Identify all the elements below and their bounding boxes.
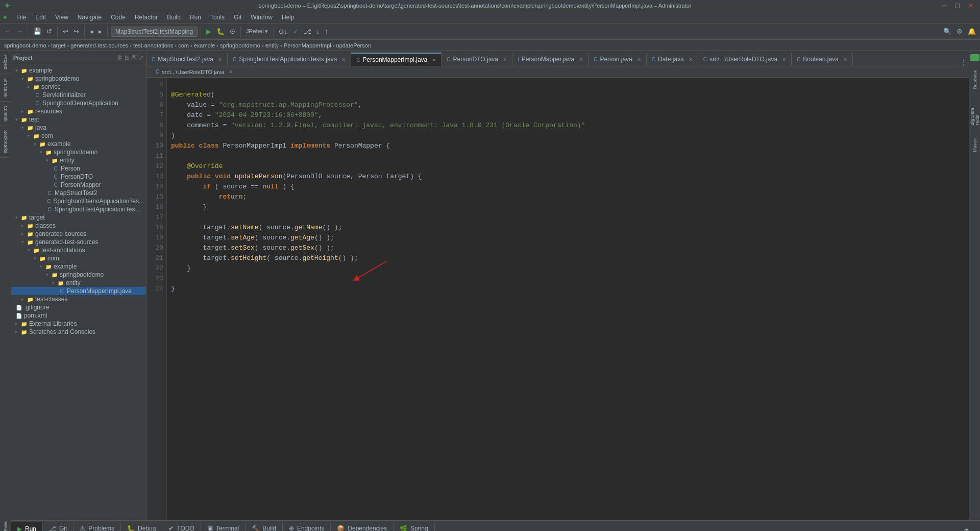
menu-refactor[interactable]: Refactor bbox=[131, 13, 162, 22]
tree-item-com2[interactable]: ▾ 📁 com bbox=[11, 254, 146, 262]
tab-springboottestapptests[interactable]: C SpringbootTestApplicationTests.java ✕ bbox=[228, 53, 351, 66]
tree-item-gen-test-sources[interactable]: ▾ 📁 generated-test-sources bbox=[11, 238, 146, 246]
tree-item-personmapperimpl[interactable]: C PersonMapperImpl.java bbox=[11, 287, 146, 295]
tree-item-pomxml[interactable]: 📄 pom.xml bbox=[11, 311, 146, 320]
notifications-button[interactable]: 🔔 bbox=[966, 27, 978, 36]
forward-button[interactable]: → bbox=[14, 27, 24, 36]
tree-item-persondto[interactable]: C PersonDTO bbox=[11, 173, 146, 181]
menu-code[interactable]: Code bbox=[107, 13, 130, 22]
sidebar-item-structure[interactable]: Structure bbox=[0, 74, 11, 102]
tree-item-springbootdemo2[interactable]: ▾ 📁 springbootdemo bbox=[11, 271, 146, 279]
bottom-tab-terminal[interactable]: ▣ Terminal bbox=[201, 522, 246, 531]
back-button[interactable]: ← bbox=[2, 27, 13, 36]
tree-item-springbootdemo-test[interactable]: ▾ 📁 springbootdemo bbox=[11, 148, 146, 156]
tree-item-service[interactable]: ▸ 📁 service bbox=[11, 83, 146, 91]
git-action3[interactable]: ↑ bbox=[323, 27, 330, 36]
tab-close-icon[interactable]: ✕ bbox=[341, 57, 346, 62]
menu-git[interactable]: Git bbox=[230, 13, 246, 22]
tree-item-entity2[interactable]: ▾ 📁 entity bbox=[11, 279, 146, 287]
tab-close-icon[interactable]: ✕ bbox=[503, 57, 507, 62]
tree-item-gitignore[interactable]: 📄 .gitignore bbox=[11, 303, 146, 311]
close-button[interactable]: ✕ bbox=[966, 2, 976, 10]
run-config-selector[interactable]: MapStructTest2.testMapping bbox=[111, 27, 198, 37]
tree-item-classes[interactable]: ▸ 📁 classes bbox=[11, 222, 146, 230]
menu-window[interactable]: Window bbox=[247, 13, 277, 22]
tree-item-test-annotations[interactable]: ▾ 📁 test-annotations bbox=[11, 246, 146, 254]
tab-boolean[interactable]: C Boolean.java ✕ bbox=[792, 53, 853, 66]
menu-navigate[interactable]: Navigate bbox=[74, 13, 106, 22]
sidebar-item-maven[interactable]: Maven bbox=[970, 130, 979, 160]
tab-userroledto2[interactable]: C src\...\UserRoleDTO.java ✕ bbox=[151, 67, 238, 77]
tree-item-com[interactable]: ▾ 📁 com bbox=[11, 132, 146, 140]
run-with-coverage-button[interactable]: ⊙ bbox=[228, 27, 237, 36]
code-content[interactable]: @Generated( value = "org.mapstruct.ap.Ma… bbox=[167, 78, 969, 520]
git-action1[interactable]: ⎇ bbox=[302, 27, 313, 36]
sidebar-item-project[interactable]: Project bbox=[0, 51, 11, 74]
sidebar-scroll-icon[interactable]: ⇱ bbox=[132, 54, 137, 61]
menu-view[interactable]: View bbox=[51, 13, 72, 22]
minimize-panel-icon[interactable]: ─ bbox=[971, 527, 976, 531]
tab-person[interactable]: C Person.java ✕ bbox=[589, 53, 647, 66]
menu-run[interactable]: Run bbox=[186, 13, 205, 22]
undo-button[interactable]: ↩ bbox=[61, 27, 70, 36]
redo-button[interactable]: ↪ bbox=[71, 27, 81, 36]
menu-tools[interactable]: Tools bbox=[206, 13, 229, 22]
tab-close-icon[interactable]: ✕ bbox=[782, 57, 786, 62]
tab-personmapper[interactable]: I PersonMapper.java ✕ bbox=[512, 53, 589, 66]
sidebar-item-commit[interactable]: Commit bbox=[0, 102, 11, 126]
tree-item-gen-sources[interactable]: ▸ 📁 generated-sources bbox=[11, 230, 146, 238]
sync-button[interactable]: ↺ bbox=[44, 27, 54, 36]
bottom-tab-dependencies[interactable]: 📦 Dependencies bbox=[331, 522, 394, 531]
tree-item-springbootdemo-app[interactable]: C SpringbootDemoApplication bbox=[11, 99, 146, 107]
tree-item-entity[interactable]: ▾ 📁 entity bbox=[11, 156, 146, 164]
tree-item-personmapper[interactable]: C PersonMapper bbox=[11, 181, 146, 189]
menu-build[interactable]: Build bbox=[163, 13, 185, 22]
tree-item-java[interactable]: ▾ 📁 java bbox=[11, 124, 146, 132]
tree-item-person[interactable]: C Person bbox=[11, 164, 146, 173]
tab-personmapperimpl[interactable]: C PersonMapperImpl.java ✕ bbox=[351, 53, 442, 66]
bottom-tab-spring[interactable]: 🌿 Spring bbox=[394, 522, 435, 531]
tree-item-target[interactable]: ▾ 📁 target bbox=[11, 213, 146, 222]
tab-close-icon2[interactable]: ✕ bbox=[229, 69, 233, 75]
code-editor[interactable]: 4 5 6 7 8 9 10 11 12 13 14 15 16 17 18 1… bbox=[146, 78, 969, 520]
jrebel-button[interactable]: JRebel ▾ bbox=[244, 27, 270, 36]
tree-item-springbootdemo-main[interactable]: ▾ 📁 springbootdemo bbox=[11, 75, 146, 83]
sidebar-gear-icon[interactable]: ⚙ bbox=[117, 54, 122, 61]
bottom-tab-run[interactable]: ▶ Run bbox=[11, 522, 43, 531]
maximize-button[interactable]: □ bbox=[953, 2, 962, 10]
settings-button[interactable]: ⚙ bbox=[954, 27, 965, 36]
sidebar-item-bookmarks[interactable]: Bookmarks bbox=[0, 126, 11, 158]
tab-close-icon[interactable]: ✕ bbox=[689, 57, 693, 62]
tree-item-mapstructtest2[interactable]: C MapStructTest2 bbox=[11, 189, 146, 197]
menu-help[interactable]: Help bbox=[278, 13, 299, 22]
bottom-tab-build[interactable]: 🔨 Build bbox=[246, 522, 283, 531]
sidebar-layout-icon[interactable]: ⊞ bbox=[125, 54, 130, 61]
bottom-tab-debug[interactable]: 🐛 Debug bbox=[121, 522, 162, 531]
tab-userroledto[interactable]: C src\...\UserRoleDTO.java ✕ bbox=[698, 53, 792, 66]
menu-edit[interactable]: Edit bbox=[31, 13, 50, 22]
nav-fwd-button[interactable]: ▸ bbox=[96, 27, 104, 36]
tab-date[interactable]: C Date.java ✕ bbox=[647, 53, 698, 66]
git-action2[interactable]: ↓ bbox=[314, 27, 322, 36]
run-button[interactable]: ▶ bbox=[204, 27, 213, 36]
git-button[interactable]: Git: bbox=[277, 28, 289, 36]
tree-item-resources[interactable]: ▸ 📁 resources bbox=[11, 107, 146, 115]
git-check-button[interactable]: ✓ bbox=[291, 27, 301, 36]
sidebar-item-bigdata[interactable]: Big Data Tools bbox=[970, 97, 979, 128]
tab-close-icon[interactable]: ✕ bbox=[579, 57, 583, 62]
tree-item-example[interactable]: ▾ 📁 example bbox=[11, 66, 146, 75]
tree-item-scratches[interactable]: ▸ 📁 Scratches and Consoles bbox=[11, 328, 146, 336]
tab-mapstructtest2[interactable]: C MapStructTest2.java ✕ bbox=[146, 53, 228, 66]
bottom-tab-problems[interactable]: ⚠ Problems bbox=[74, 522, 121, 531]
tree-item-example-test[interactable]: ▾ 📁 example bbox=[11, 140, 146, 148]
bottom-tab-todo[interactable]: ✔ TODO bbox=[162, 522, 201, 531]
save-button[interactable]: 💾 bbox=[31, 27, 43, 36]
sidebar-item-database[interactable]: Database bbox=[970, 64, 979, 95]
menu-file[interactable]: File bbox=[12, 13, 30, 22]
tree-item-springboottests[interactable]: C SpringbootTestApplicationTes... bbox=[11, 205, 146, 213]
minimize-button[interactable]: ─ bbox=[940, 2, 949, 10]
debug-button[interactable]: 🐛 bbox=[214, 27, 227, 36]
sidebar-expand-icon[interactable]: ⤢ bbox=[139, 54, 144, 61]
tree-item-example2[interactable]: ▾ 📁 example bbox=[11, 262, 146, 271]
tree-item-servletinitializer[interactable]: C ServletInitializer bbox=[11, 91, 146, 99]
